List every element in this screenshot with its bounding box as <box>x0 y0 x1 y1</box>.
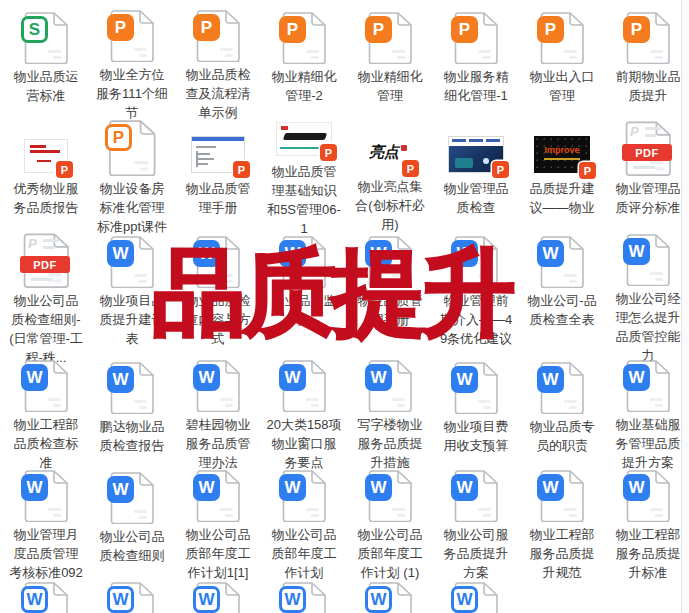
file-item[interactable]: W <box>175 582 261 613</box>
file-item[interactable]: P物业精细化管理-2 <box>261 10 347 122</box>
word-w-badge-icon: W <box>193 474 220 501</box>
file-item[interactable]: P物业设备房标准化管理标准ppt课件 <box>89 122 175 234</box>
file-label: 物业公司服务品质提升方案 <box>438 525 514 582</box>
ppt-p-badge-icon: P <box>451 16 478 43</box>
file-icon-area: P <box>605 10 689 64</box>
file-item[interactable]: W物业品质管理手册 <box>347 234 433 360</box>
file-item[interactable]: W <box>89 582 175 613</box>
file-icon-area: W <box>261 360 347 412</box>
file-label: 物业品质管理手册 <box>180 179 256 217</box>
file-item[interactable]: W物业公司品质部年度工作计划1[1] <box>175 470 261 582</box>
word-outline-file-icon: W <box>110 582 154 613</box>
file-row: W物业管理月度品质管理考核标准0928W物业公司品质检查细则W物业公司品质部年度… <box>3 470 689 582</box>
excel-file-icon: S <box>24 12 68 64</box>
file-item[interactable]: W物业工程部服务品质提升标准 <box>605 470 689 582</box>
file-item[interactable]: S物业品质运营标准 <box>3 10 89 122</box>
ppt-file-icon: P <box>110 10 154 62</box>
file-item[interactable]: W物业公司服务品质提升方案 <box>433 470 519 582</box>
file-label: 物业公司品质检查细则 <box>94 527 170 565</box>
file-icon-area: ImproveP <box>519 122 605 176</box>
file-item[interactable]: W20大类158项物业窗口服务要点 <box>261 360 347 470</box>
red-text-line <box>30 145 46 148</box>
file-icon-area: P <box>261 122 347 159</box>
ppt-file-icon: P <box>626 12 670 64</box>
file-item[interactable]: W物业公司经理怎么提升品质管控能力 <box>605 234 689 360</box>
file-item[interactable]: P物业管理品质检查 <box>433 122 519 234</box>
scrollbar-track[interactable] <box>681 0 689 613</box>
file-label: 写字楼物业服务品质提升措施 <box>352 415 428 472</box>
word-file-icon: W <box>368 360 412 412</box>
file-item[interactable]: ImproveP品质提升建议——物业 <box>519 122 605 234</box>
file-item[interactable]: P物业服务精细化管理-1 <box>433 10 519 122</box>
word-file-icon: W <box>540 236 584 288</box>
word-file-icon: W <box>196 470 240 522</box>
word-file-icon: W <box>368 236 412 288</box>
file-item[interactable]: W物业工程部服务品质提升规范 <box>519 470 605 582</box>
file-item[interactable]: W物业项目品质提升建议表 <box>89 234 175 360</box>
file-item[interactable]: W物业基础服务管理品质提升方案 <box>605 360 689 470</box>
file-item[interactable]: PPDF物业公司品质检查细则-(日常管理-工程-秩... <box>3 234 89 360</box>
file-item[interactable]: P物业全方位服务111个细节 <box>89 10 175 122</box>
file-item[interactable]: P物业品质检查及流程清单示例 <box>175 10 261 122</box>
file-item[interactable]: W <box>433 582 519 613</box>
file-item[interactable]: P物业精细化管理 <box>347 10 433 122</box>
file-item[interactable]: 亮点P物业亮点集合(创标杆必用) <box>347 122 433 234</box>
file-item[interactable]: W <box>261 582 347 613</box>
file-item[interactable]: W物业管理月度品质管理考核标准0928 <box>3 470 89 582</box>
file-item[interactable]: W物业品质监控 <box>261 234 347 360</box>
thumbnail-title-bar <box>192 137 244 141</box>
pdf-ghost-p-icon: P <box>28 236 37 251</box>
word-file-icon: W <box>110 236 154 288</box>
word-w-badge-icon: W <box>365 364 392 391</box>
file-label: 物业项目费用收支预算 <box>438 417 514 455</box>
file-item[interactable]: P优秀物业服务品质报告 <box>3 122 89 234</box>
file-label: 物业品质运营标准 <box>8 67 84 105</box>
file-item[interactable]: W写字楼物业服务品质提升措施 <box>347 360 433 470</box>
word-file-icon: W <box>626 234 670 286</box>
file-item[interactable]: P物业出入口管理 <box>519 10 605 122</box>
file-item[interactable]: W物业项目费用收支预算 <box>433 360 519 470</box>
chart-line <box>198 163 208 165</box>
file-item[interactable]: W <box>347 582 433 613</box>
file-item[interactable]: W物业公司品质部年度工作计划 (1) <box>347 470 433 582</box>
file-item[interactable]: W鹏达物业品质检查报告 <box>89 360 175 470</box>
word-outline-file-icon: W <box>368 582 412 613</box>
file-grid: S物业品质运营标准P物业全方位服务111个细节P物业品质检查及流程清单示例P物业… <box>0 0 689 613</box>
word-file-icon: W <box>282 236 326 288</box>
file-icon-area: W <box>261 234 347 288</box>
word-file-icon: W <box>454 470 498 522</box>
ppt-file-icon: P <box>454 12 498 64</box>
file-icon-area: P <box>3 122 89 176</box>
file-item[interactable]: W物业公司品质检查细则 <box>89 470 175 582</box>
file-item[interactable]: P物业品质管理基础知识和5S管理06-1 <box>261 122 347 234</box>
file-item[interactable]: P物业品质管理手册 <box>175 122 261 234</box>
file-icon-area: W <box>3 360 89 412</box>
ppt-mini-badge-icon: P <box>402 160 419 177</box>
file-icon-area: W <box>433 470 519 522</box>
file-item[interactable]: W <box>3 582 89 613</box>
ppt-thumbnail-document: P <box>191 136 245 173</box>
file-item[interactable]: W物业管理前期介入——49条优化建议 <box>433 234 519 360</box>
word-file-icon: W <box>196 236 240 288</box>
file-item[interactable]: W物业品质检查内容与方式 <box>175 234 261 360</box>
word-w-badge-icon: W <box>107 366 134 393</box>
file-item[interactable]: W物业工程部品质检查标准 <box>3 360 89 470</box>
liangdian-text: 亮点 <box>369 143 399 162</box>
file-label: 物业工程部服务品质提升标准 <box>610 525 686 582</box>
word-w-badge-icon: W <box>21 474 48 501</box>
file-icon-area: P <box>261 10 347 64</box>
excel-s-badge-icon: S <box>21 16 48 43</box>
file-item[interactable]: P前期物业品质提升 <box>605 10 689 122</box>
file-item[interactable]: W物业公司品质部年度工作计划 <box>261 470 347 582</box>
file-item[interactable]: W物业品质专员的职责 <box>519 360 605 470</box>
file-icon-area: W <box>519 234 605 288</box>
file-item[interactable]: W碧桂园物业服务品质管理办法 <box>175 360 261 470</box>
file-item[interactable]: W物业公司-品质检查全表 <box>519 234 605 360</box>
word-w-badge-icon: W <box>623 474 650 501</box>
file-label: 物业全方位服务111个细节 <box>94 65 170 122</box>
file-item[interactable]: PPDF物业管理品质评分标准 <box>605 122 689 234</box>
ppt-p-badge-icon: P <box>107 14 134 41</box>
pdf-line <box>43 239 59 242</box>
file-icon-area: W <box>3 582 89 613</box>
word-w-badge-icon: W <box>451 474 478 501</box>
